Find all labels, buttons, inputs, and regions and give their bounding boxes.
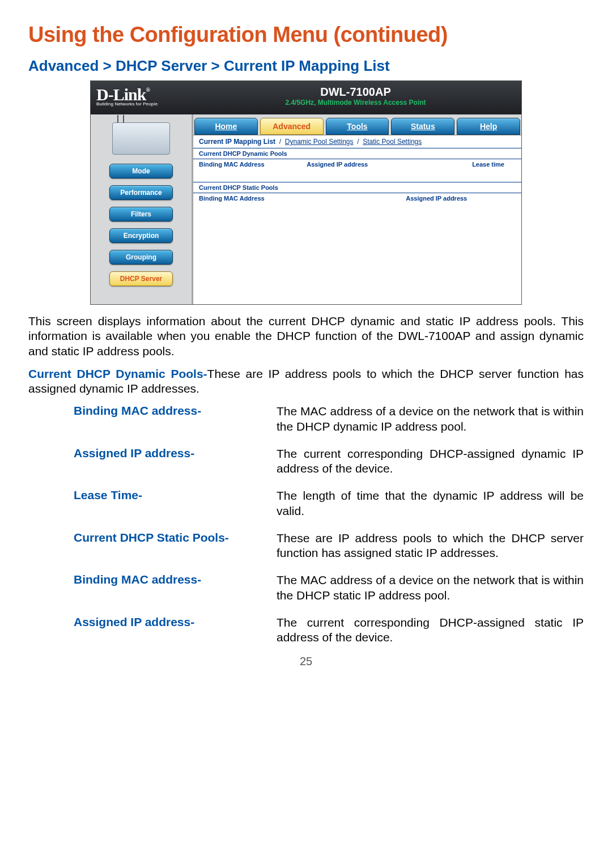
sublink-dynamic[interactable]: Dynamic Pool Settings — [285, 138, 354, 146]
def-text-3: These are IP address pools to which the … — [277, 531, 584, 561]
tab-home[interactable]: Home — [194, 118, 258, 135]
def-text-2: The length of time that the dynamic IP a… — [277, 488, 584, 518]
tab-status[interactable]: Status — [391, 118, 454, 135]
sublink-current[interactable]: Current IP Mapping List — [199, 138, 275, 146]
sidebar: Mode Performance Filters Encryption Grou… — [91, 114, 193, 304]
breadcrumb: Advanced > DHCP Server > Current IP Mapp… — [28, 57, 584, 75]
def-text-4: The MAC address of a device on the netwo… — [277, 573, 584, 603]
col-lease-time: Lease time — [414, 161, 516, 168]
col-binding-mac: Binding MAC Address — [199, 161, 307, 168]
def-label-2: Lease Time- — [74, 488, 266, 518]
sidebar-item-mode[interactable]: Mode — [109, 164, 173, 178]
def-label-1: Assigned IP address- — [74, 446, 266, 476]
top-tabs: Home Advanced Tools Status Help — [193, 114, 521, 135]
static-pools-title: Current DHCP Static Pools — [193, 182, 521, 193]
sublink-sep-1: / — [279, 138, 281, 146]
def-label-3: Current DHCP Static Pools- — [74, 531, 266, 561]
intro-paragraph: This screen displays information about t… — [28, 314, 584, 359]
dynamic-pools-paragraph: Current DHCP Dynamic Pools-These are IP … — [28, 367, 584, 397]
definitions-table: Binding MAC address- The MAC address of … — [74, 404, 584, 645]
col-assigned-ip: Assigned IP address — [307, 161, 414, 168]
device-illustration — [112, 122, 170, 155]
def-text-1: The current corresponding DHCP-assigned … — [277, 446, 584, 476]
dynamic-pools-label: Current DHCP Dynamic Pools- — [28, 367, 207, 380]
model-subtitle: 2.4/5GHz, Multimode Wireless Access Poin… — [196, 99, 516, 107]
sidebar-item-dhcp-server[interactable]: DHCP Server — [109, 271, 173, 286]
col-binding-mac-static: Binding MAC Address — [199, 195, 358, 202]
def-text-0: The MAC address of a device on the netwo… — [277, 404, 584, 434]
static-pools-columns: Binding MAC Address Assigned IP address — [193, 193, 521, 203]
sublink-static[interactable]: Static Pool Settings — [363, 138, 422, 146]
def-label-0: Binding MAC address- — [74, 404, 266, 434]
dynamic-pools-title: Current DHCP Dynamic Pools — [193, 148, 521, 159]
def-text-5: The current corresponding DHCP-assigned … — [277, 615, 584, 645]
tab-advanced[interactable]: Advanced — [260, 118, 324, 135]
router-screenshot: D-Link® Building Networks for People DWL… — [90, 80, 522, 305]
dynamic-pools-columns: Binding MAC Address Assigned IP address … — [193, 159, 521, 169]
page-number: 25 — [28, 655, 584, 668]
sublink-sep-2: / — [357, 138, 359, 146]
sidebar-item-performance[interactable]: Performance — [109, 185, 173, 200]
router-header: D-Link® Building Networks for People DWL… — [91, 81, 521, 114]
sub-link-row: Current IP Mapping List / Dynamic Pool S… — [193, 135, 521, 148]
brand-tagline: Building Networks for People — [96, 101, 196, 107]
col-assigned-ip-static: Assigned IP address — [358, 195, 516, 202]
brand-reg: ® — [146, 87, 149, 93]
sidebar-item-encryption[interactable]: Encryption — [109, 228, 173, 243]
def-label-4: Binding MAC address- — [74, 573, 266, 603]
main-panel: Home Advanced Tools Status Help Current … — [193, 114, 521, 304]
tab-tools[interactable]: Tools — [326, 118, 389, 135]
tab-help[interactable]: Help — [457, 118, 520, 135]
page-title: Using the Configuration Menu (continued) — [28, 23, 584, 47]
sidebar-item-grouping[interactable]: Grouping — [109, 250, 173, 265]
model-name: DWL-7100AP — [196, 86, 516, 99]
sidebar-item-filters[interactable]: Filters — [109, 207, 173, 222]
def-label-5: Assigned IP address- — [74, 615, 266, 645]
brand-logo: D-Link® — [96, 88, 196, 101]
